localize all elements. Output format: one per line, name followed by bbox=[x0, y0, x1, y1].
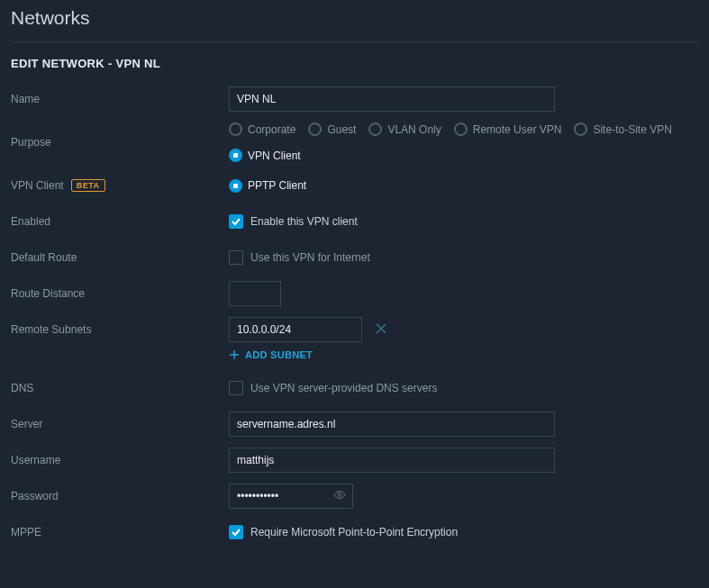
purpose-vpn-client-radio[interactable]: VPN Client bbox=[229, 149, 301, 162]
label-route-distance: Route Distance bbox=[11, 287, 229, 300]
dns-label: Use VPN server-provided DNS servers bbox=[250, 382, 437, 394]
mppe-checkbox[interactable]: Require Microsoft Point-to-Point Encrypt… bbox=[229, 525, 458, 539]
label-password: Password bbox=[11, 490, 229, 502]
default-route-label: Use this VPN for Internet bbox=[250, 251, 370, 264]
beta-badge: BETA bbox=[71, 179, 105, 192]
purpose-site-to-site-radio[interactable]: Site-to-Site VPN bbox=[574, 122, 671, 136]
label-vpn-client: VPN Client bbox=[11, 179, 64, 192]
mppe-label: Require Microsoft Point-to-Point Encrypt… bbox=[250, 526, 458, 538]
purpose-guest-radio[interactable]: Guest bbox=[308, 122, 356, 136]
plus-icon bbox=[229, 349, 240, 360]
purpose-vlan-label: VLAN Only bbox=[387, 123, 441, 136]
vpn-type-pptp-label: PPTP Client bbox=[248, 179, 306, 192]
add-subnet-label: ADD SUBNET bbox=[245, 349, 313, 360]
label-name: Name bbox=[11, 93, 229, 105]
purpose-corporate-radio[interactable]: Corporate bbox=[229, 122, 295, 136]
divider bbox=[11, 41, 698, 42]
default-route-checkbox[interactable]: Use this VPN for Internet bbox=[229, 250, 370, 265]
vpn-type-pptp-radio[interactable]: PPTP Client bbox=[229, 179, 306, 193]
check-icon bbox=[232, 217, 241, 226]
enable-vpn-checkbox[interactable]: Enable this VPN client bbox=[229, 214, 358, 229]
remote-subnet-input[interactable] bbox=[229, 317, 362, 342]
purpose-corporate-label: Corporate bbox=[248, 123, 295, 136]
label-default-route: Default Route bbox=[11, 251, 229, 264]
purpose-vlan-radio[interactable]: VLAN Only bbox=[368, 122, 441, 136]
label-mppe: MPPE bbox=[11, 526, 229, 538]
purpose-site-to-site-label: Site-to-Site VPN bbox=[593, 123, 671, 136]
purpose-remote-user-radio[interactable]: Remote User VPN bbox=[454, 122, 562, 136]
dns-checkbox[interactable]: Use VPN server-provided DNS servers bbox=[229, 381, 437, 395]
name-input[interactable] bbox=[229, 86, 555, 112]
label-username: Username bbox=[11, 454, 229, 466]
server-input[interactable] bbox=[229, 412, 555, 437]
add-subnet-button[interactable]: ADD SUBNET bbox=[229, 349, 313, 360]
label-server: Server bbox=[11, 418, 229, 430]
purpose-vpn-client-label: VPN Client bbox=[248, 149, 301, 162]
check-icon bbox=[232, 528, 241, 537]
remove-subnet-icon[interactable] bbox=[375, 322, 389, 337]
label-enabled: Enabled bbox=[11, 215, 229, 228]
label-purpose: Purpose bbox=[11, 136, 229, 149]
purpose-guest-label: Guest bbox=[327, 123, 356, 136]
eye-icon[interactable] bbox=[333, 489, 346, 504]
username-input[interactable] bbox=[229, 448, 555, 473]
enable-vpn-label: Enable this VPN client bbox=[250, 215, 358, 228]
route-distance-input[interactable] bbox=[229, 281, 281, 306]
edit-network-form: Name Purpose Corporate Guest VLAN Only R… bbox=[11, 86, 698, 588]
page-title: Networks bbox=[11, 0, 698, 41]
panel-title: EDIT NETWORK - VPN NL bbox=[11, 51, 698, 86]
svg-point-0 bbox=[338, 493, 341, 497]
purpose-remote-user-label: Remote User VPN bbox=[473, 123, 562, 136]
label-remote-subnets: Remote Subnets bbox=[11, 323, 229, 336]
label-dns: DNS bbox=[11, 382, 229, 394]
